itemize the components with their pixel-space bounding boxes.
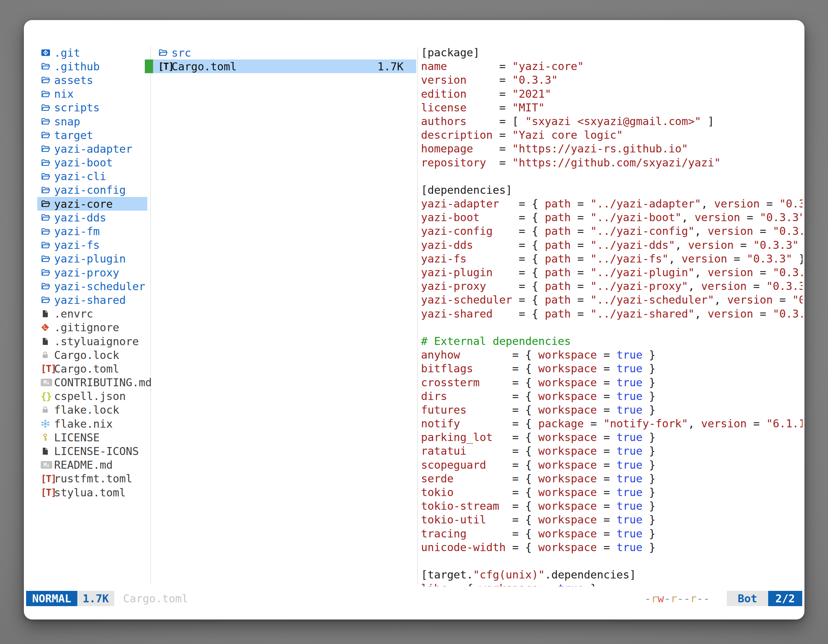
entry-name: .github	[54, 60, 100, 73]
dir-row[interactable]: nix	[37, 87, 147, 101]
perm-char: -	[645, 592, 651, 605]
dir-row[interactable]: .git	[37, 46, 147, 60]
yazi-window: .git.githubassetsnixscriptssnaptargetyaz…	[24, 20, 804, 619]
file-row[interactable]: [T]rustfmt.toml	[37, 472, 147, 486]
dir-row[interactable]: yazi-adapter	[37, 142, 147, 155]
preview-line: yazi-adapter = { path = "../yazi-adapter…	[421, 197, 803, 211]
file-row[interactable]: flake.lock	[37, 403, 147, 417]
scroll-position-chip: Bot	[727, 591, 768, 606]
entry-name: flake.lock	[54, 403, 119, 416]
entry-name: scripts	[54, 101, 100, 114]
preview-line: yazi-fs = { path = "../yazi-fs", version…	[421, 252, 803, 266]
dir-row[interactable]: yazi-proxy	[37, 266, 147, 279]
dir-row[interactable]: yazi-cli	[37, 169, 147, 183]
file-row[interactable]: Cargo.lock	[37, 348, 147, 362]
dir-row[interactable]: src	[145, 46, 416, 60]
entry-name: cspell.json	[54, 390, 126, 403]
snowflake-icon	[41, 419, 54, 428]
preview-line: tokio = { workspace = true }	[421, 486, 803, 499]
preview-line: parking_lot = { workspace = true }	[421, 431, 803, 444]
file-row[interactable]: LICENSE-ICONS	[37, 444, 147, 458]
folder-icon	[41, 227, 54, 237]
entry-name: .styluaignore	[54, 335, 139, 348]
entry-name: yazi-boot	[54, 156, 113, 169]
entry-name: rustfmt.toml	[54, 472, 132, 485]
preview-line: tokio-stream = { workspace = true }	[421, 499, 803, 513]
file-row[interactable]: .styluaignore	[37, 334, 147, 348]
folder-icon	[41, 185, 54, 195]
preview-line: yazi-plugin = { path = "../yazi-plugin",…	[421, 266, 803, 279]
entry-name: snap	[54, 115, 80, 128]
file-icon	[41, 337, 54, 346]
entry-name: yazi-dds	[54, 211, 106, 224]
preview-line: ratatui = { workspace = true }	[421, 444, 803, 458]
preview-line: serde = { workspace = true }	[421, 472, 803, 486]
perm-char: -	[684, 592, 690, 605]
preview-line: yazi-boot = { path = "../yazi-boot", ver…	[421, 211, 803, 224]
preview-line	[421, 554, 803, 568]
markdown-icon: M↓	[41, 461, 54, 469]
folder-icon	[41, 158, 54, 168]
dir-row[interactable]: yazi-shared	[37, 293, 147, 307]
entry-name: yazi-core	[54, 197, 113, 210]
file-row[interactable]: M↓README.md	[37, 458, 147, 472]
preview-line: [dependencies]	[421, 183, 803, 197]
file-row[interactable]: [T]stylua.toml	[37, 486, 147, 499]
entry-name: Cargo.toml	[54, 362, 119, 375]
dir-row[interactable]: yazi-config	[37, 183, 147, 197]
dir-row[interactable]: yazi-dds	[37, 211, 147, 224]
perm-char: -	[677, 592, 684, 605]
dir-row[interactable]: assets	[37, 73, 147, 87]
preview-line: scopeguard = { workspace = true }	[421, 458, 803, 472]
preview-line: tracing = { workspace = true }	[421, 527, 803, 541]
file-row[interactable]: M↓CONTRIBUTING.md	[37, 376, 147, 389]
folder-icon	[41, 89, 54, 99]
dir-row[interactable]: yazi-fm	[37, 224, 147, 238]
entry-name: CONTRIBUTING.md	[54, 376, 152, 389]
dir-row[interactable]: snap	[37, 114, 147, 128]
entry-name: yazi-fs	[54, 239, 100, 251]
dir-row[interactable]: yazi-scheduler	[37, 279, 147, 293]
key-icon	[41, 433, 54, 442]
file-row[interactable]: [T]Cargo.toml	[37, 362, 147, 376]
preview-line: bitflags = { workspace = true }	[421, 362, 803, 376]
dir-row[interactable]: yazi-boot	[37, 156, 147, 169]
git-icon	[41, 323, 54, 332]
dir-row[interactable]: yazi-core	[37, 197, 147, 211]
preview-line: version = "0.3.3"	[421, 73, 803, 87]
file-row[interactable]: [T]Cargo.toml1.7K	[145, 60, 416, 73]
parent-pane: .git.githubassetsnixscriptssnaptargetyaz…	[37, 46, 147, 499]
file-row[interactable]: {}cspell.json	[37, 389, 147, 403]
file-row[interactable]: flake.nix	[37, 417, 147, 431]
entry-name: yazi-config	[54, 183, 126, 196]
dir-row[interactable]: .github	[37, 60, 147, 73]
preview-line: license = "MIT"	[421, 101, 803, 114]
toml-icon: [T]	[41, 473, 54, 484]
preview-line: authors = [ "sxyazi <sxyazi@gmail.com>" …	[421, 114, 803, 128]
file-row[interactable]: LICENSE	[37, 431, 147, 444]
entry-name: assets	[54, 74, 93, 86]
file-row[interactable]: .envrc	[37, 307, 147, 321]
folder-icon	[41, 171, 54, 181]
folder-icon	[41, 295, 54, 305]
file-icon	[41, 447, 54, 456]
pane-separator	[417, 47, 418, 584]
entry-name: yazi-plugin	[54, 252, 126, 265]
file-row[interactable]: .gitignore	[37, 321, 147, 334]
preview-line: yazi-shared = { path = "../yazi-shared",…	[421, 307, 803, 321]
folder-icon	[41, 254, 54, 264]
dir-row[interactable]: yazi-fs	[37, 238, 147, 252]
hovered-marker	[145, 60, 153, 73]
folder-icon	[41, 61, 54, 71]
preview-line: [target."cfg(unix)".dependencies]	[421, 568, 803, 581]
entry-name: yazi-adapter	[54, 143, 132, 155]
entry-name: yazi-proxy	[54, 266, 119, 279]
entry-name: Cargo.lock	[54, 349, 119, 362]
dir-row[interactable]: scripts	[37, 101, 147, 114]
entry-name: src	[171, 47, 191, 59]
entry-name: nix	[54, 88, 74, 100]
dir-row[interactable]: target	[37, 128, 147, 142]
preview-line: unicode-width = { workspace = true }	[421, 541, 803, 554]
entry-name: flake.nix	[54, 417, 113, 430]
dir-row[interactable]: yazi-plugin	[37, 252, 147, 266]
